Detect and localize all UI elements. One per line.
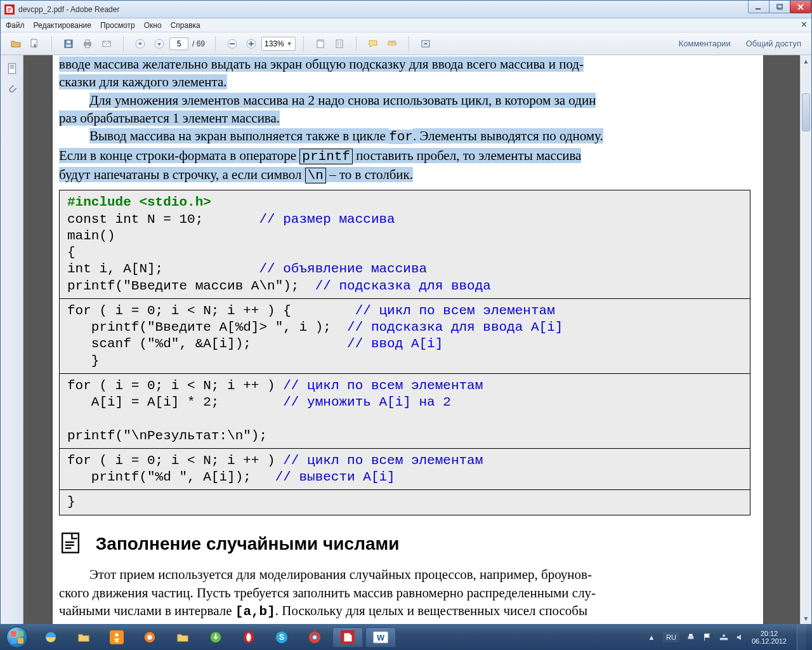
page-total-label: / 69 (190, 39, 207, 48)
tool-hand-button[interactable] (331, 35, 348, 53)
code-comment: // умножить A[i] на 2 (283, 395, 451, 409)
start-button[interactable] (0, 625, 34, 650)
export-pdf-button[interactable] (26, 35, 44, 53)
menubar: Файл Редактирование Просмотр Окно Справк… (1, 18, 811, 32)
menu-help[interactable]: Справка (171, 21, 200, 30)
text-line[interactable]: . Элементы выводятся по одному. (413, 128, 603, 143)
titlebar[interactable]: devcpp_2.pdf - Adobe Reader (1, 1, 811, 18)
save-button[interactable] (60, 35, 77, 53)
taskbar-item-word[interactable]: W (365, 627, 396, 647)
printer-tray-icon[interactable] (686, 632, 696, 642)
text-line[interactable]: вводе массива желательно выдать на экран… (59, 56, 584, 72)
code-cell[interactable]: for ( i = 0; i < N; i ++ ) // цикл по вс… (60, 373, 750, 448)
code-text: printf("Введите массив A\n"); (67, 279, 315, 293)
code-comment: // подсказка для ввода A[i] (347, 320, 563, 335)
svg-rect-32 (10, 68, 14, 69)
menubar-close-icon[interactable]: ✕ (801, 20, 808, 29)
document-area[interactable]: вводе массива желательно выдать на экран… (23, 55, 811, 624)
svg-point-41 (147, 635, 152, 639)
close-button[interactable] (790, 1, 811, 13)
text-line[interactable]: поставить пробел, то элементы массива (353, 148, 581, 163)
zoom-out-button[interactable] (223, 35, 241, 53)
taskbar-item-media[interactable] (134, 627, 165, 647)
code-text: printf("Введите A[%d]> ", i ); (67, 320, 347, 335)
code-inline-range[interactable]: [a,b] (235, 604, 275, 619)
code-inline-printf[interactable]: printf (299, 149, 353, 164)
code-cell[interactable]: } (60, 489, 750, 514)
svg-rect-38 (110, 630, 124, 644)
code-inline-for[interactable]: for (389, 129, 413, 144)
taskbar-item-folder[interactable] (167, 627, 198, 647)
clock-time: 20:12 (752, 630, 787, 637)
text-line[interactable]: сказки для каждого элемента. (59, 74, 227, 90)
menu-window[interactable]: Окно (144, 21, 162, 30)
language-indicator[interactable]: RU (663, 632, 679, 642)
print-button[interactable] (79, 35, 96, 53)
taskbar-item-opera[interactable] (233, 627, 264, 647)
text-line[interactable]: ского движения частиц. Пусть требуется з… (59, 584, 750, 602)
code-inline-newline[interactable]: \n (305, 168, 326, 183)
maximize-button[interactable] (769, 1, 790, 13)
scroll-down-icon[interactable]: ▼ (801, 613, 811, 624)
page-down-button[interactable] (150, 35, 168, 53)
code-cell[interactable]: for ( i = 0; i < N; i ++ ) // цикл по вс… (60, 448, 750, 490)
comments-panel-link[interactable]: Комментарии (672, 36, 737, 51)
minimize-button[interactable] (748, 1, 769, 13)
zoom-in-button[interactable] (242, 35, 260, 53)
menu-view[interactable]: Просмотр (100, 21, 135, 30)
email-button[interactable] (98, 35, 115, 53)
code-text: } (67, 494, 75, 509)
taskbar-item-explorer[interactable] (69, 627, 99, 647)
text-line[interactable]: Вывод массива на экран выполняется также… (89, 128, 389, 143)
taskbar-item-chrome[interactable] (299, 627, 330, 647)
taskbar-clock[interactable]: 20:12 06.12.2012 (752, 630, 787, 645)
share-panel-link[interactable]: Общий доступ (740, 36, 808, 51)
code-text: for ( i = 0; i < N; i ++ ) (67, 378, 283, 393)
text-line[interactable]: . Поскольку для целых и вещественных чис… (275, 603, 587, 618)
text-line[interactable]: раз обрабатывается 1 элемент массива. (59, 110, 280, 126)
vertical-scrollbar[interactable]: ▲ ▼ (800, 55, 811, 624)
text-line[interactable]: – то в столбик. (326, 167, 413, 182)
workspace: вводе массива желательно выдать на экран… (1, 55, 811, 624)
show-desktop-button[interactable] (797, 625, 806, 650)
thumbnails-icon[interactable] (5, 62, 19, 76)
code-text: main() (67, 229, 115, 243)
scroll-up-icon[interactable]: ▲ (801, 55, 811, 67)
text-line[interactable]: чайными числами в интервале (59, 603, 235, 618)
chevron-down-icon: ▼ (287, 41, 292, 47)
code-cell[interactable]: for ( i = 0; i < N; i ++ ) { // цикл по … (60, 298, 750, 373)
page-up-button[interactable] (131, 35, 149, 53)
code-comment: // ввод A[i] (347, 336, 443, 351)
code-comment: // размер массива (259, 212, 395, 227)
scrollbar-thumb[interactable] (802, 93, 810, 131)
network-tray-icon[interactable] (719, 632, 729, 642)
code-text: const int N = 10; (67, 212, 259, 227)
read-mode-button[interactable] (417, 35, 435, 53)
open-button[interactable] (7, 35, 25, 53)
section-title: Заполнение случайными числами (96, 534, 400, 554)
code-cell[interactable]: #include <stdio.h> const int N = 10; // … (60, 190, 750, 298)
comment-button[interactable] (364, 35, 382, 53)
menu-file[interactable]: Файл (6, 21, 25, 30)
svg-rect-12 (86, 40, 89, 43)
taskbar-item-adobe-reader[interactable] (332, 627, 363, 647)
tool-select-button[interactable] (311, 35, 329, 53)
taskbar-item-ok[interactable] (102, 627, 132, 647)
text-line[interactable]: Этот прием используется для моделировани… (59, 566, 750, 583)
taskbar-item-ie[interactable] (36, 627, 66, 647)
clock-date: 06.12.2012 (752, 637, 787, 645)
text-line[interactable]: Если в конце строки-формата в операторе (59, 148, 299, 163)
zoom-level-select[interactable]: 133% ▼ (261, 37, 296, 51)
flag-tray-icon[interactable] (702, 632, 712, 642)
page-number-input[interactable] (169, 37, 188, 50)
taskbar-item-torrent[interactable] (200, 627, 231, 647)
tray-chevron-up-icon[interactable]: ▲ (646, 632, 657, 642)
menu-edit[interactable]: Редактирование (34, 21, 91, 30)
text-line[interactable]: Для умножения элементов массива на 2 над… (89, 93, 596, 108)
taskbar-item-skype[interactable]: S (266, 627, 297, 647)
highlight-button[interactable] (383, 35, 401, 53)
attachments-icon[interactable] (5, 82, 19, 96)
volume-tray-icon[interactable] (735, 632, 745, 642)
text-line[interactable]: будут напечатаны в строчку, а если симво… (59, 167, 305, 182)
svg-text:W: W (377, 633, 385, 642)
